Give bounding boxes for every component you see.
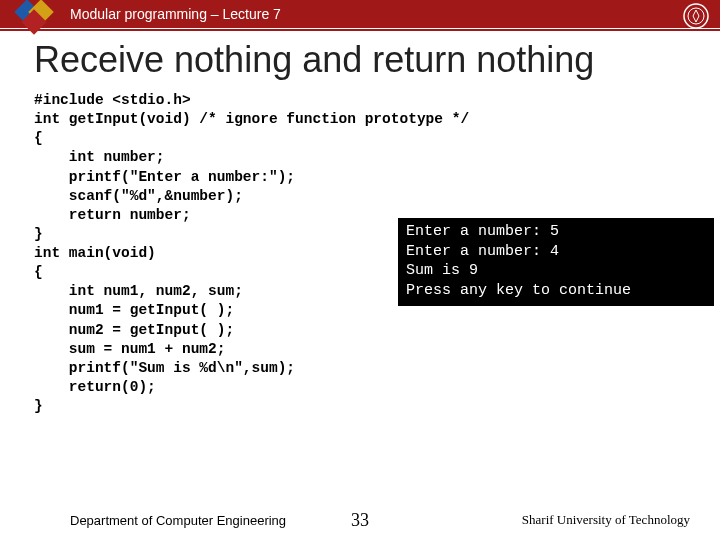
footer-page-number: 33 (351, 510, 369, 531)
code-line: } (34, 398, 43, 414)
code-line: return number; (34, 207, 191, 223)
code-comment: /* ignore function prototype */ (191, 111, 469, 127)
code-line: int getInput(void) (34, 111, 191, 127)
header-underline (0, 29, 720, 31)
university-seal-icon (682, 2, 710, 30)
console-line: Press any key to continue (406, 282, 631, 299)
code-line: #include <stdio.h> (34, 92, 191, 108)
code-line: return(0); (34, 379, 156, 395)
footer: Department of Computer Engineering 33 Sh… (0, 512, 720, 528)
footer-university: Sharif University of Technology (522, 512, 690, 528)
console-output: Enter a number: 5 Enter a number: 4 Sum … (398, 218, 714, 306)
course-logo-icon (12, 0, 62, 37)
code-line: sum = num1 + num2; (34, 341, 225, 357)
code-line: scanf("%d",&number); (34, 188, 243, 204)
code-line: int main(void) (34, 245, 156, 261)
code-line: { (34, 264, 43, 280)
header-breadcrumb: Modular programming – Lecture 7 (70, 6, 281, 22)
console-line: Enter a number: 4 (406, 243, 559, 260)
slide-title: Receive nothing and return nothing (34, 39, 720, 81)
footer-department: Department of Computer Engineering (70, 513, 286, 528)
code-line: { (34, 130, 43, 146)
code-line: int number; (34, 149, 165, 165)
console-line: Sum is 9 (406, 262, 478, 279)
code-line: num1 = getInput( ); (34, 302, 234, 318)
code-line: } (34, 226, 43, 242)
header-bar: Modular programming – Lecture 7 (0, 0, 720, 28)
code-line: num2 = getInput( ); (34, 322, 234, 338)
code-line: printf("Sum is %d\n",sum); (34, 360, 295, 376)
code-line: int num1, num2, sum; (34, 283, 243, 299)
console-line: Enter a number: 5 (406, 223, 559, 240)
code-line: printf("Enter a number:"); (34, 169, 295, 185)
